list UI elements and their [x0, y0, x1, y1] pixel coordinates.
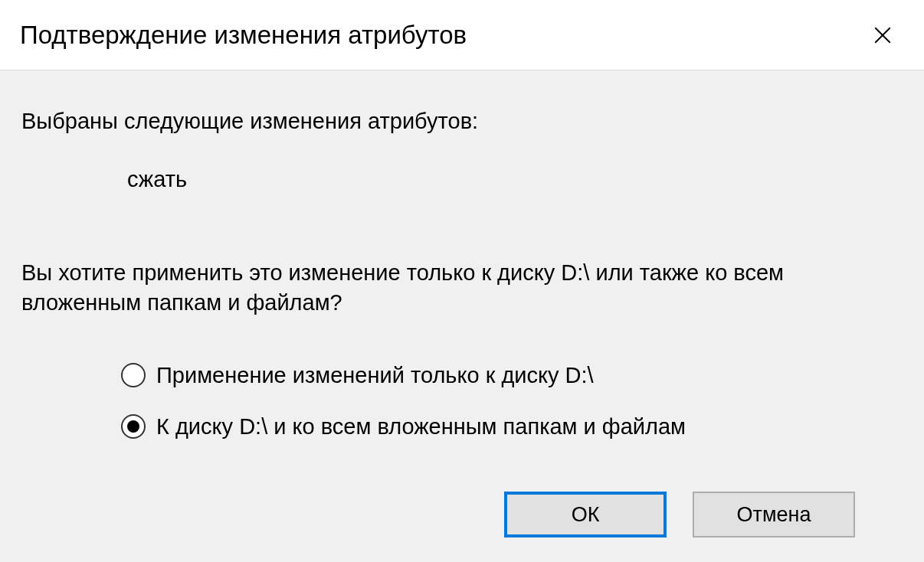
button-bar: ОК Отмена [0, 492, 924, 562]
confirm-attributes-dialog: Подтверждение изменения атрибутов Выбран… [0, 0, 924, 562]
radio-label: Применение изменений только к диску D:\ [156, 362, 594, 389]
ok-button[interactable]: ОК [504, 492, 667, 537]
close-icon [873, 25, 893, 45]
question-text: Вы хотите применить это изменение только… [21, 258, 903, 318]
cancel-button[interactable]: Отмена [693, 492, 855, 537]
attribute-item: сжать [127, 167, 903, 192]
dialog-title: Подтверждение изменения атрибутов [20, 21, 467, 50]
intro-text: Выбраны следующие изменения атрибутов: [21, 107, 903, 136]
radio-icon [121, 363, 146, 387]
radio-group: Применение изменений только к диску D:\ … [121, 362, 903, 440]
radio-dot-icon [127, 420, 139, 433]
titlebar: Подтверждение изменения атрибутов [0, 0, 924, 70]
radio-icon [121, 414, 146, 439]
dialog-content: Выбраны следующие изменения атрибутов: с… [0, 70, 924, 492]
radio-apply-disk-only[interactable]: Применение изменений только к диску D:\ [121, 362, 903, 389]
radio-apply-recursive[interactable]: К диску D:\ и ко всем вложенным папкам и… [121, 413, 903, 440]
radio-label: К диску D:\ и ко всем вложенным папкам и… [156, 413, 686, 440]
close-button[interactable] [866, 18, 899, 52]
